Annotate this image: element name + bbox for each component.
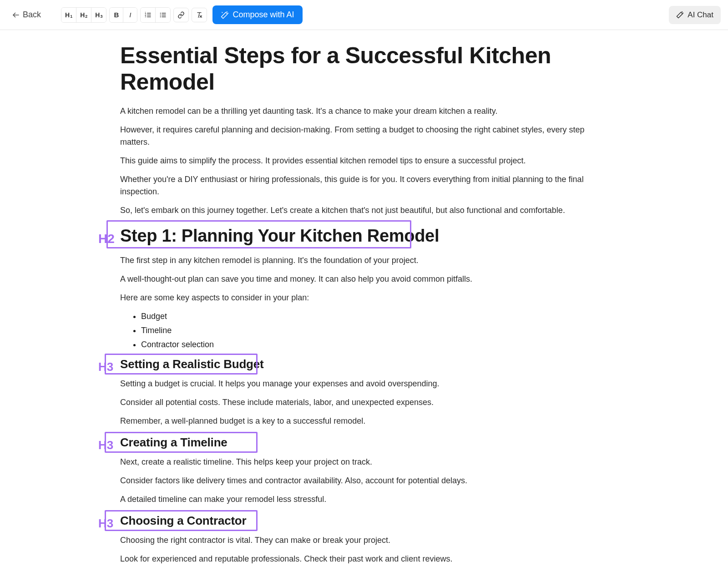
document-content[interactable]: Essential Steps for a Successful Kitchen…	[109, 30, 619, 567]
magic-wand-icon	[676, 11, 684, 19]
page-title: Essential Steps for a Successful Kitchen…	[120, 43, 608, 95]
paragraph: Here are some key aspects to consider in…	[120, 292, 608, 304]
unordered-list-icon	[159, 11, 167, 19]
format-group: B I	[109, 7, 137, 23]
clear-format-icon	[196, 11, 203, 19]
arrow-left-icon	[12, 11, 20, 19]
list-group: 123	[140, 7, 171, 23]
magic-wand-icon	[221, 11, 229, 19]
annotation-box	[105, 354, 258, 375]
bold-button[interactable]: B	[110, 8, 123, 22]
h1-button[interactable]: H1	[61, 8, 76, 22]
ordered-list-icon: 123	[144, 11, 152, 19]
heading-annotation: H2 Step 1: Planning Your Kitchen Remodel	[120, 223, 608, 249]
link-button[interactable]	[173, 8, 189, 22]
unordered-list-button[interactable]	[156, 8, 170, 22]
svg-point-10	[160, 13, 161, 14]
annotation-box	[105, 432, 258, 453]
compose-label: Compose with AI	[233, 10, 294, 20]
link-icon	[177, 11, 185, 19]
clear-format-button[interactable]	[192, 8, 207, 22]
ordered-list-button[interactable]: 123	[141, 8, 156, 22]
heading-annotation: H3 Setting a Realistic Budget	[120, 355, 608, 373]
paragraph: Next, create a realistic timeline. This …	[120, 456, 608, 468]
annotation-box	[105, 510, 258, 531]
paragraph: Remember, a well-planned budget is a key…	[120, 415, 608, 427]
svg-text:3: 3	[145, 15, 147, 18]
svg-point-12	[160, 16, 161, 17]
ai-chat-label: AI Chat	[688, 10, 713, 20]
annotation-box	[106, 220, 411, 248]
paragraph: This guide aims to simplify the process.…	[120, 155, 608, 167]
paragraph: The first step in any kitchen remodel is…	[120, 254, 608, 267]
list-item: Budget	[141, 310, 608, 323]
toolbar: Back H1 H2 H3 B I 123	[0, 0, 728, 30]
heading-group: H1 H2 H3	[61, 7, 106, 23]
back-label: Back	[23, 10, 41, 20]
paragraph: However, it requires careful planning an…	[120, 124, 608, 148]
paragraph: Consider all potential costs. These incl…	[120, 396, 608, 409]
svg-point-11	[160, 15, 161, 15]
paragraph: A well-thought-out plan can save you tim…	[120, 273, 608, 285]
bullet-list: Budget Timeline Contractor selection	[141, 310, 608, 351]
compose-ai-button[interactable]: Compose with AI	[212, 5, 302, 24]
paragraph: Look for experienced and reputable profe…	[120, 553, 608, 565]
paragraph: Whether you're a DIY enthusiast or hirin…	[120, 173, 608, 198]
back-button[interactable]: Back	[7, 7, 46, 22]
list-item: Contractor selection	[141, 339, 608, 351]
list-item: Timeline	[141, 324, 608, 337]
h2-button[interactable]: H2	[76, 8, 91, 22]
paragraph: So, let's embark on this journey togethe…	[120, 204, 608, 217]
paragraph: Choosing the right contractor is vital. …	[120, 534, 608, 547]
h3-button[interactable]: H3	[91, 8, 106, 22]
paragraph: A kitchen remodel can be a thrilling yet…	[120, 105, 608, 117]
paragraph: Setting a budget is crucial. It helps yo…	[120, 378, 608, 390]
heading-annotation: H3 Choosing a Contractor	[120, 512, 608, 530]
paragraph: Consider factors like delivery times and…	[120, 475, 608, 487]
paragraph: A detailed timeline can make your remode…	[120, 493, 608, 506]
heading-annotation: H3 Creating a Timeline	[120, 434, 608, 451]
italic-button[interactable]: I	[123, 8, 137, 22]
ai-chat-button[interactable]: AI Chat	[669, 6, 721, 24]
